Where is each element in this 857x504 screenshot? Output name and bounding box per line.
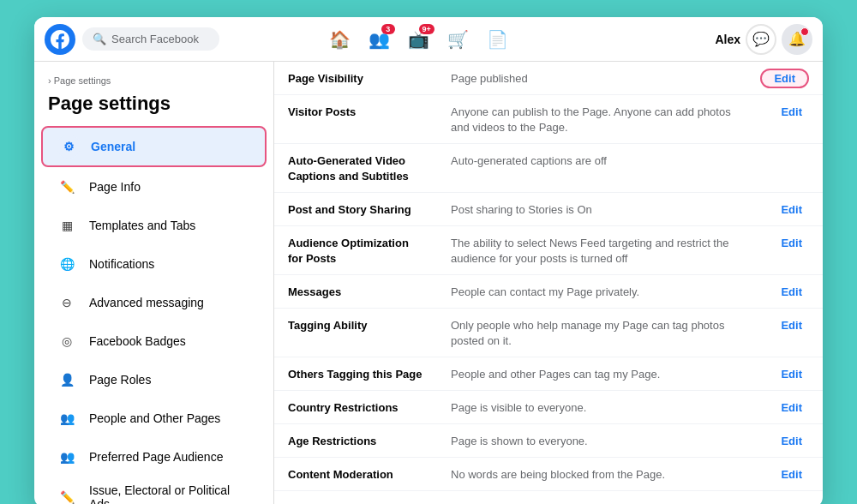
setting-name-text: Age Restrictions [288, 435, 376, 447]
sidebar-item-issue-electoral[interactable]: ✏️ Issue, Electoral or Political Ads [41, 477, 267, 504]
edit-button[interactable]: Edit [760, 69, 809, 88]
search-bar[interactable]: 🔍 Search Facebook [82, 27, 219, 51]
setting-value: Only people who help manage my Page can … [437, 309, 746, 357]
roles-icon: 👤 [55, 368, 79, 392]
watch-badge: 9+ [419, 24, 434, 34]
edit-button[interactable]: Edit [774, 498, 809, 504]
table-row: Post and Story SharingPost sharing to St… [274, 193, 823, 226]
general-icon: ⚙ [57, 135, 81, 159]
setting-name-text: Page Visibility [288, 72, 363, 85]
setting-name: Auto-Generated Video Captions and Subtit… [274, 144, 437, 193]
setting-name: Messages [274, 275, 437, 309]
advanced-messaging-icon: ⊖ [55, 291, 79, 315]
nav-friends[interactable]: 👥 3 [363, 22, 397, 57]
nav-home[interactable]: 🏠 [323, 22, 357, 57]
sidebar-label-issue: Issue, Electoral or Political Ads [89, 483, 253, 504]
setting-value: The ability to select News Feed targetin… [437, 226, 746, 275]
setting-edit-cell: Edit [746, 226, 823, 275]
setting-name-text: Content Moderation [288, 468, 393, 481]
table-row: Content ModerationNo words are being blo… [274, 458, 823, 491]
setting-name-text: Tagging Ability [288, 319, 367, 332]
setting-name-text: Others Tagging this Page [288, 368, 423, 381]
nav-pages[interactable]: 📄 [481, 22, 515, 57]
sidebar-item-page-roles[interactable]: 👤 Page Roles [41, 361, 267, 399]
edit-button[interactable]: Edit [774, 431, 809, 451]
setting-name: Age Restrictions [274, 424, 437, 458]
edit-button[interactable]: Edit [774, 200, 809, 219]
badges-icon: ◎ [55, 329, 79, 353]
setting-value: Post sharing to Stories is On [437, 193, 746, 226]
setting-name: Post and Story Sharing [274, 193, 437, 226]
sidebar-item-notifications[interactable]: 🌐 Notifications [41, 245, 267, 283]
table-row: Page VisibilityPage publishedEdit [274, 62, 823, 95]
messenger-button[interactable]: 💬 [746, 24, 776, 55]
sidebar: › Page settings Page settings ⚙ General … [34, 62, 274, 504]
table-row: Tagging AbilityOnly people who help mana… [274, 309, 823, 357]
setting-value: Anyone can publish to the Page. Anyone c… [437, 95, 746, 144]
setting-value-text: No words are being blocked from the Page… [451, 468, 665, 481]
sidebar-label-badges: Facebook Badges [89, 334, 186, 348]
setting-value: People can contact my Page privately. [437, 275, 746, 309]
edit-button[interactable]: Edit [774, 282, 809, 302]
nav-marketplace[interactable]: 🛒 [441, 22, 476, 57]
search-placeholder: Search Facebook [111, 33, 199, 45]
edit-button[interactable]: Edit [774, 315, 809, 335]
setting-name-text: Audience Optimization for Posts [288, 237, 409, 265]
settings-table: Page VisibilityPage publishedEditVisitor… [274, 62, 823, 504]
table-row: Country RestrictionsPage is visible to e… [274, 391, 823, 424]
setting-name: Audience Optimization for Posts [274, 226, 437, 275]
setting-edit-cell: Edit [746, 275, 823, 309]
sidebar-label-roles: Page Roles [89, 373, 151, 387]
user-name: Alex [715, 33, 740, 46]
setting-name: Page Visibility [274, 62, 437, 95]
setting-edit-cell: Edit [746, 357, 823, 391]
nav-watch[interactable]: 📺 9+ [402, 22, 436, 57]
table-row: Others Tagging this PagePeople and other… [274, 357, 823, 391]
setting-value: No words are being blocked from the Page… [437, 458, 746, 491]
setting-edit-cell: Edit [746, 458, 823, 491]
sidebar-item-general[interactable]: ⚙ General [41, 126, 267, 167]
page-info-icon: ✏️ [55, 175, 79, 199]
setting-name-text: Country Restrictions [288, 401, 399, 414]
setting-edit-cell [746, 144, 823, 193]
setting-value: Page is visible to everyone. [437, 391, 746, 424]
setting-name: Tagging Ability [274, 309, 437, 357]
sidebar-label-templates: Templates and Tabs [89, 219, 195, 232]
setting-value-text: The ability to select News Feed targetin… [451, 237, 728, 265]
search-icon: 🔍 [93, 33, 106, 45]
setting-value-text: Auto-generated captions are off [451, 154, 607, 167]
setting-name: Content Moderation [274, 458, 437, 491]
templates-icon: ▦ [55, 213, 79, 237]
sidebar-item-page-info[interactable]: ✏️ Page Info [41, 168, 267, 206]
setting-value: Page is shown to everyone. [437, 424, 746, 458]
setting-edit-cell: Edit [746, 193, 823, 226]
setting-edit-cell: Edit [746, 309, 823, 357]
setting-value: People and other Pages can tag my Page. [437, 357, 746, 391]
setting-value: Turned off [437, 491, 746, 505]
sidebar-item-templates-tabs[interactable]: ▦ Templates and Tabs [41, 207, 267, 244]
people-icon: 👥 [55, 406, 79, 430]
setting-value-text: Post sharing to Stories is On [451, 203, 592, 216]
setting-value-text: Page is visible to everyone. [451, 401, 586, 414]
setting-edit-cell: Edit [746, 391, 823, 424]
setting-value-text: People and other Pages can tag my Page. [451, 368, 660, 381]
setting-edit-cell: Edit [746, 62, 823, 95]
sidebar-item-people-other-pages[interactable]: 👥 People and Other Pages [41, 399, 267, 437]
edit-button[interactable]: Edit [774, 364, 809, 384]
nav-icons-group: 🏠 👥 3 📺 9+ 🛒 📄 [323, 22, 515, 57]
notifications-button[interactable]: 🔔 [782, 24, 812, 55]
sidebar-item-advanced-messaging[interactable]: ⊖ Advanced messaging [41, 284, 267, 321]
sidebar-item-preferred-audience[interactable]: 👥 Preferred Page Audience [41, 438, 267, 476]
facebook-logo[interactable] [45, 24, 75, 55]
edit-button[interactable]: Edit [774, 233, 809, 253]
setting-name: Visitor Posts [274, 95, 437, 144]
edit-button[interactable]: Edit [774, 465, 809, 484]
setting-value-text: People can contact my Page privately. [451, 285, 639, 298]
setting-name-text: Messages [288, 285, 341, 298]
edit-button[interactable]: Edit [774, 398, 809, 417]
sidebar-item-facebook-badges[interactable]: ◎ Facebook Badges [41, 322, 267, 360]
table-row: Audience Optimization for PostsThe abili… [274, 226, 823, 275]
edit-button[interactable]: Edit [774, 102, 809, 122]
setting-name: Profanity filter [274, 491, 437, 505]
table-row: Profanity filterTurned offEdit [274, 491, 823, 505]
